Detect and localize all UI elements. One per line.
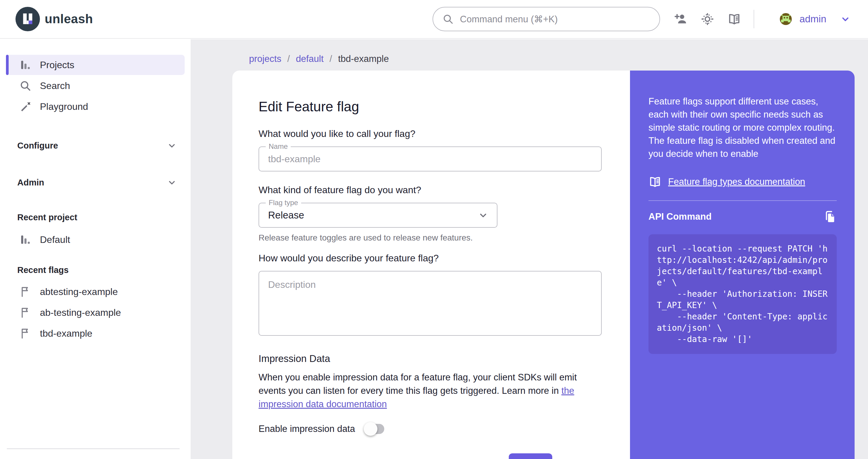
sidebar: Projects Search Playground Configure Adm… [0, 39, 191, 459]
sidebar-section-configure[interactable]: Configure [6, 140, 185, 151]
search-icon [19, 79, 32, 92]
flag-types-docs-label: Feature flag types documentation [668, 176, 805, 187]
edit-flag-form: Edit Feature flag What would you like to… [232, 70, 630, 459]
docs-book-icon [727, 12, 741, 26]
section-label: Admin [17, 178, 44, 188]
projects-chart-icon [19, 59, 32, 71]
sidebar-item-label: tbd-example [40, 328, 92, 339]
unleash-logo[interactable]: unleash [16, 7, 93, 31]
name-input[interactable] [259, 147, 601, 171]
impression-toggle-label: Enable impression data [258, 424, 355, 434]
sidebar-item-default-project[interactable]: Default [6, 230, 185, 250]
type-question: What kind of feature flag do you want? [258, 185, 602, 196]
sidebar-item-search[interactable]: Search [6, 76, 185, 96]
description-field-wrapper [258, 271, 602, 336]
section-label: Recent flags [17, 265, 68, 275]
docs-book-icon [648, 175, 661, 189]
sidebar-item-flag[interactable]: tbd-example [6, 323, 185, 343]
sidebar-item-label: abtesting-example [40, 286, 118, 297]
recent-project-header: Recent project [6, 212, 185, 222]
sidebar-item-label: Default [40, 234, 70, 245]
chevron-down-icon [477, 209, 489, 221]
guidance-panel: Feature flags support different use case… [630, 70, 855, 459]
unleash-logo-icon [16, 7, 40, 31]
sidebar-section-admin[interactable]: Admin [6, 177, 185, 188]
flag-type-select[interactable]: Flag type Release [258, 203, 497, 228]
username: admin [800, 13, 826, 25]
theme-toggle-button[interactable] [701, 12, 714, 26]
name-question: What would you like to call your flag? [258, 128, 602, 139]
impression-data-title: Impression Data [258, 353, 602, 364]
api-command-title: API Command [648, 211, 712, 222]
breadcrumb-current: tbd-example [338, 54, 389, 64]
breadcrumb-separator: / [287, 54, 290, 64]
name-field-wrapper: Name [258, 146, 602, 171]
sidebar-item-label: Playground [40, 101, 88, 112]
search-icon [442, 13, 454, 25]
breadcrumb-link-default[interactable]: default [296, 54, 323, 64]
copy-command-button[interactable] [823, 210, 837, 224]
add-user-button[interactable] [674, 12, 687, 26]
theme-sun-icon [701, 12, 714, 26]
toggle-knob [364, 422, 377, 436]
sidebar-divider [7, 448, 180, 449]
flag-types-docs-link[interactable]: Feature flag types documentation [648, 175, 837, 189]
user-menu[interactable]: admin [767, 13, 851, 25]
flag-type-value: Release [268, 209, 304, 221]
docs-button[interactable] [727, 12, 741, 26]
sidebar-item-label: Search [40, 80, 70, 91]
impression-text: When you enable impression data for a fe… [258, 372, 577, 396]
save-button[interactable]: Save [509, 453, 552, 459]
sidebar-item-playground[interactable]: Playground [6, 96, 185, 117]
page-title: Edit Feature flag [258, 99, 602, 114]
section-label: Recent project [17, 212, 77, 222]
impression-toggle-row: Enable impression data [258, 424, 602, 434]
chevron-down-icon [839, 13, 851, 25]
description-question: How would you describe your feature flag… [258, 253, 602, 264]
impression-toggle-switch[interactable] [366, 424, 384, 434]
form-actions: Save Cancel [258, 453, 602, 459]
flag-icon [19, 306, 32, 319]
copy-icon [823, 210, 837, 224]
flag-type-label: Flag type [266, 199, 301, 207]
sidebar-item-flag[interactable]: ab-testing-example [6, 302, 185, 323]
sidebar-item-label: ab-testing-example [40, 307, 121, 318]
add-user-icon [674, 12, 687, 26]
sidebar-item-label: Projects [40, 60, 74, 70]
api-curl-command[interactable]: curl --location --request PATCH 'http://… [648, 234, 837, 354]
avatar [780, 13, 792, 25]
chevron-down-icon [166, 177, 178, 188]
app-header: unleash Command menu (⌘+K) [0, 0, 868, 39]
projects-chart-icon [19, 233, 32, 246]
sidebar-item-projects[interactable]: Projects [6, 55, 185, 75]
name-field-label: Name [266, 142, 291, 151]
api-command-row: API Command [648, 210, 837, 224]
breadcrumb-link-projects[interactable]: projects [249, 54, 281, 64]
recent-flags-header: Recent flags [6, 265, 185, 275]
search-placeholder: Command menu (⌘+K) [460, 14, 558, 25]
main-content: projects / default / tbd-example Edit Fe… [191, 39, 868, 459]
guidance-text: Feature flags support different use case… [648, 95, 837, 160]
flag-icon [19, 286, 32, 298]
guide-divider [648, 200, 837, 201]
breadcrumb: projects / default / tbd-example [249, 54, 389, 64]
breadcrumb-separator: / [330, 54, 332, 64]
sidebar-item-flag[interactable]: abtesting-example [6, 282, 185, 302]
section-label: Configure [17, 141, 58, 151]
header-divider [754, 10, 754, 28]
flag-icon [19, 327, 32, 340]
description-input[interactable] [259, 271, 601, 335]
command-menu-search[interactable]: Command menu (⌘+K) [433, 7, 660, 31]
chevron-down-icon [166, 140, 178, 151]
playground-wand-icon [19, 100, 32, 113]
brand-name: unleash [45, 12, 93, 26]
form-paper: Edit Feature flag What would you like to… [232, 70, 855, 459]
flag-type-helper: Release feature toggles are used to rele… [258, 233, 602, 242]
impression-data-description: When you enable impression data for a fe… [258, 371, 602, 411]
